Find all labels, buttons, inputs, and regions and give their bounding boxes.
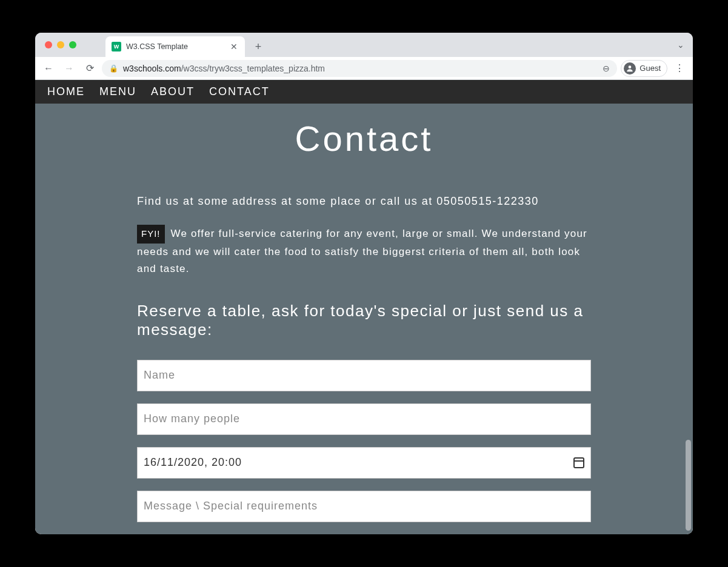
datetime-value: 16/11/2020, 20:00 bbox=[144, 456, 242, 469]
tabs-overflow-icon[interactable]: ⌄ bbox=[677, 40, 684, 50]
lock-icon: 🔒 bbox=[109, 64, 118, 73]
nav-menu[interactable]: MENU bbox=[92, 81, 144, 103]
nav-contact[interactable]: CONTACT bbox=[202, 81, 277, 103]
minimize-window-button[interactable] bbox=[57, 41, 64, 48]
nav-home[interactable]: HOME bbox=[40, 81, 92, 103]
tab-close-icon[interactable]: ✕ bbox=[229, 42, 239, 51]
zoom-icon[interactable]: ⊖ bbox=[603, 64, 610, 73]
name-field[interactable] bbox=[137, 360, 591, 391]
people-input[interactable] bbox=[144, 404, 584, 434]
address-bar: ← → ⟳ 🔒 w3schools.com/w3css/tryw3css_tem… bbox=[35, 57, 693, 80]
window-controls bbox=[42, 33, 81, 57]
svg-point-0 bbox=[629, 65, 632, 68]
url-field[interactable]: 🔒 w3schools.com/w3css/tryw3css_templates… bbox=[102, 60, 617, 77]
message-field[interactable] bbox=[137, 491, 591, 522]
fyi-paragraph: FYI! We offer full-service catering for … bbox=[137, 225, 591, 277]
name-input[interactable] bbox=[144, 360, 584, 391]
back-button[interactable]: ← bbox=[40, 60, 57, 77]
contact-section: Contact Find us at some address at some … bbox=[35, 104, 693, 534]
new-tab-button[interactable]: + bbox=[250, 38, 267, 55]
scrollbar-thumb[interactable] bbox=[686, 440, 691, 531]
tab-title: W3.CSS Template bbox=[126, 42, 224, 51]
reserve-heading: Reserve a table, ask for today's special… bbox=[137, 302, 591, 339]
page-title: Contact bbox=[137, 118, 591, 159]
message-input[interactable] bbox=[144, 491, 584, 522]
fyi-badge: FYI! bbox=[137, 225, 165, 244]
tab-favicon: W bbox=[112, 42, 121, 51]
avatar-icon bbox=[624, 62, 636, 75]
people-field[interactable] bbox=[137, 403, 591, 435]
browser-menu-button[interactable]: ⋮ bbox=[671, 60, 688, 77]
datetime-field[interactable]: 16/11/2020, 20:00 bbox=[137, 447, 591, 479]
profile-button[interactable]: Guest bbox=[621, 60, 667, 77]
fyi-text: We offer full-service catering for any e… bbox=[137, 228, 587, 274]
scrollbar-track[interactable] bbox=[684, 127, 693, 534]
reload-button[interactable]: ⟳ bbox=[81, 60, 98, 77]
forward-button[interactable]: → bbox=[61, 60, 78, 77]
maximize-window-button[interactable] bbox=[69, 41, 76, 48]
url-text: w3schools.com/w3css/tryw3css_templates_p… bbox=[123, 64, 325, 73]
browser-tab[interactable]: W W3.CSS Template ✕ bbox=[105, 36, 245, 57]
close-window-button[interactable] bbox=[45, 41, 52, 48]
url-host: w3schools.com bbox=[123, 64, 181, 73]
page-viewport: HOME MENU ABOUT CONTACT Contact Find us … bbox=[35, 80, 693, 534]
site-nav: HOME MENU ABOUT CONTACT bbox=[35, 80, 693, 104]
calendar-icon[interactable] bbox=[573, 457, 584, 468]
browser-window: W W3.CSS Template ✕ + ⌄ ← → ⟳ 🔒 w3school… bbox=[35, 33, 693, 534]
address-line: Find us at some address at some place or… bbox=[137, 195, 591, 208]
url-path: /w3css/tryw3css_templates_pizza.htm bbox=[181, 64, 325, 73]
tab-strip: W W3.CSS Template ✕ + ⌄ bbox=[35, 33, 693, 57]
nav-about[interactable]: ABOUT bbox=[144, 81, 202, 103]
profile-label: Guest bbox=[640, 64, 661, 73]
